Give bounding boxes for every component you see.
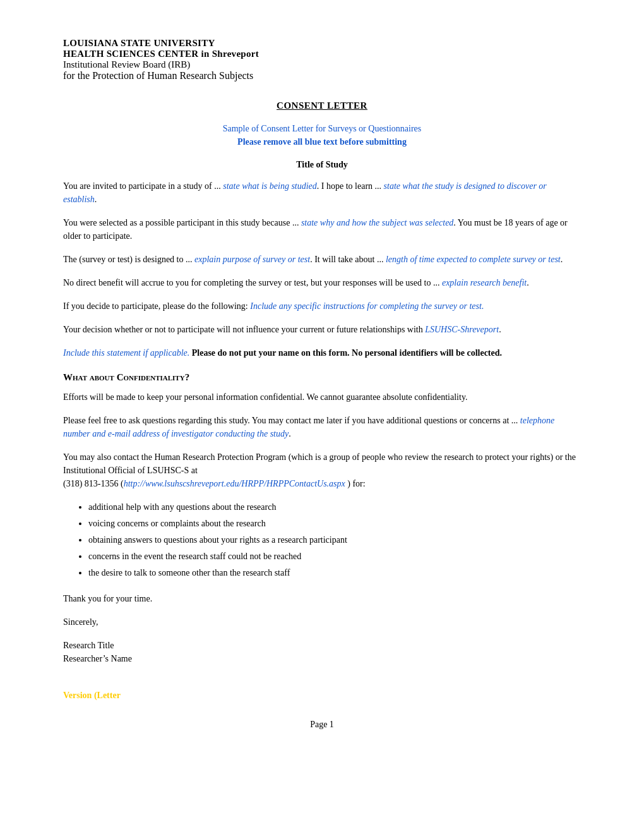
conf-p2-end: . bbox=[289, 429, 291, 438]
closing-section: Thank you for your time. Sincerely, Rese… bbox=[63, 592, 581, 665]
conf-paragraph-2: Please feel free to ask questions regard… bbox=[63, 414, 581, 440]
p3-text-start: The (survey or test) is designed to ... bbox=[63, 255, 194, 264]
p6-end: . bbox=[499, 325, 501, 334]
conf-p2-start: Please feel free to ask questions regard… bbox=[63, 416, 520, 425]
p7-italic-start: Include this statement if applicable. bbox=[63, 348, 189, 358]
research-title: Research Title bbox=[63, 639, 581, 652]
paragraph-5: If you decide to participate, please do … bbox=[63, 299, 581, 313]
list-item: the desire to talk to someone other than… bbox=[88, 566, 581, 579]
p5-italic: Include any specific instructions for co… bbox=[250, 301, 484, 311]
p7-bold: Please do not put your name on this form… bbox=[189, 348, 502, 358]
p6-italic: LSUHSC-Shreveport bbox=[425, 325, 499, 334]
version-text: Version (Letter bbox=[63, 691, 581, 701]
p3-italic-2: length of time expected to complete surv… bbox=[386, 255, 561, 264]
list-item: obtaining answers to questions about you… bbox=[88, 533, 581, 547]
p2-italic: state why and how the subject was select… bbox=[301, 218, 453, 227]
conf-p3-end: ) for: bbox=[347, 479, 365, 488]
researcher-name: Researcher’s Name bbox=[63, 652, 581, 665]
study-title-label: Title of Study bbox=[63, 160, 581, 170]
p3-mid: . It will take about ... bbox=[310, 255, 386, 264]
p3-end: . bbox=[561, 255, 563, 264]
paragraph-7: Include this statement if applicable. Pl… bbox=[63, 346, 581, 360]
blue-bold-instruction: Please remove all blue text before submi… bbox=[63, 137, 581, 147]
bullet-list: additional help with any questions about… bbox=[88, 500, 581, 579]
conf-p3-link: http://www.lsuhscshreveport.edu/HRPP/HRP… bbox=[124, 479, 348, 488]
conf-p3-text: You may also contact the Human Research … bbox=[63, 452, 576, 475]
conf-paragraph-3: You may also contact the Human Research … bbox=[63, 450, 581, 490]
paragraph-4: No direct benefit will accrue to you for… bbox=[63, 276, 581, 289]
paragraph-1: You are invited to participate in a stud… bbox=[63, 179, 581, 206]
irb-line: Institutional Review Board (IRB) bbox=[63, 59, 581, 70]
confidentiality-heading: What about Confidentiality? bbox=[63, 372, 581, 383]
consent-title-section: CONSENT LETTER bbox=[63, 100, 581, 111]
blue-instruction: Sample of Consent Letter for Surveys or … bbox=[63, 124, 581, 134]
p1-italic-1: state what is being studied bbox=[223, 181, 317, 191]
p4-italic: explain research benefit bbox=[442, 278, 527, 287]
list-item: additional help with any questions about… bbox=[88, 500, 581, 514]
p1-mid: . I hope to learn ... bbox=[317, 181, 384, 191]
consent-title: CONSENT LETTER bbox=[63, 100, 581, 111]
p4-end: . bbox=[527, 278, 529, 287]
list-item: voicing concerns or complaints about the… bbox=[88, 517, 581, 530]
p4-text-start: No direct benefit will accrue to you for… bbox=[63, 278, 442, 287]
paragraph-3: The (survey or test) is designed to ... … bbox=[63, 253, 581, 266]
thank-you: Thank you for your time. bbox=[63, 592, 581, 605]
health-center-name: HEALTH SCIENCES CENTER in Shreveport bbox=[63, 49, 581, 59]
p3-italic-1: explain purpose of survey or test bbox=[194, 255, 310, 264]
conf-paragraph-1: Efforts will be made to keep your person… bbox=[63, 390, 581, 404]
research-title-closing: Research Title Researcher’s Name bbox=[63, 639, 581, 665]
paragraph-2: You were selected as a possible particip… bbox=[63, 216, 581, 243]
conf-p3-phone: (318) 813-1356 ( bbox=[63, 479, 124, 488]
sincerely: Sincerely, bbox=[63, 615, 581, 629]
p6-text-start: Your decision whether or not to particip… bbox=[63, 325, 425, 334]
p5-text-start: If you decide to participate, please do … bbox=[63, 301, 250, 311]
p2-text-start: You were selected as a possible particip… bbox=[63, 218, 301, 227]
paragraph-6: Your decision whether or not to particip… bbox=[63, 323, 581, 336]
header-section: LOUISIANA STATE UNIVERSITY HEALTH SCIENC… bbox=[63, 38, 581, 82]
p1-text-start: You are invited to participate in a stud… bbox=[63, 181, 223, 191]
protection-line: for the Protection of Human Research Sub… bbox=[63, 70, 581, 82]
list-item: concerns in the event the research staff… bbox=[88, 550, 581, 563]
university-name: LOUISIANA STATE UNIVERSITY bbox=[63, 38, 581, 49]
page-number: Page 1 bbox=[63, 720, 581, 730]
p1-end: . bbox=[95, 195, 97, 204]
